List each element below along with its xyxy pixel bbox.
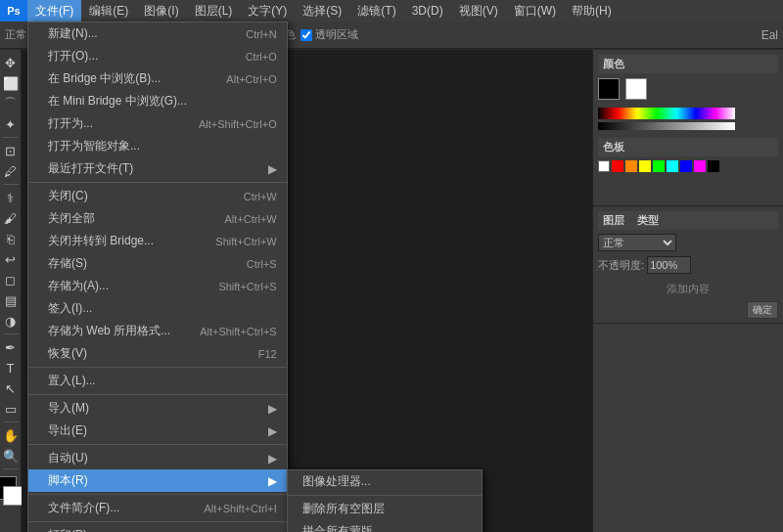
file-menu-dropdown: 新建(N)... Ctrl+N 打开(O)... Ctrl+O 在 Bridge…	[27, 22, 288, 532]
menu-export[interactable]: 导出(E) ▶	[28, 420, 287, 442]
tool-sep-3	[3, 333, 19, 334]
menu-recent[interactable]: 最近打开文件(T) ▶	[28, 157, 287, 180]
layers-toolbar: 正常	[598, 234, 778, 251]
tool-marquee[interactable]: ⬜	[1, 73, 21, 93]
tool-spot-heal[interactable]: ⚕	[1, 188, 21, 207]
menu-item-layer[interactable]: 图层(L)	[187, 0, 241, 22]
tool-eyedropper[interactable]: 🖊	[1, 161, 21, 181]
layers-panel-title: 图层 类型	[598, 211, 778, 230]
tool-brush[interactable]: 🖌	[1, 208, 21, 228]
menu-import[interactable]: 导入(M) ▶	[28, 397, 287, 420]
color-fg-swatch[interactable]	[598, 78, 620, 100]
menu-file-info[interactable]: 文件简介(F)... Alt+Shift+Ctrl+I	[28, 497, 287, 519]
swatch-orange[interactable]	[625, 160, 637, 172]
menu-mini-bridge[interactable]: 在 Mini Bridge 中浏览(G)...	[28, 90, 287, 112]
ps-logo: Ps	[0, 0, 27, 22]
menu-item-image[interactable]: 图像(I)	[136, 0, 186, 22]
swatch-blue[interactable]	[680, 160, 692, 172]
menu-place[interactable]: 置入(L)...	[28, 370, 287, 392]
tool-move[interactable]: ✥	[1, 53, 21, 72]
tool-hand[interactable]: ✋	[1, 425, 21, 445]
color-swatches-row	[598, 78, 778, 100]
swatch-white[interactable]	[598, 160, 610, 172]
menu-item-file[interactable]: 文件(F)	[27, 0, 81, 22]
menu-item-view[interactable]: 视图(V)	[451, 0, 506, 22]
tool-text[interactable]: T	[1, 358, 21, 377]
tool-lasso[interactable]: ⌒	[1, 94, 21, 113]
menu-save-as[interactable]: 存储为(A)... Shift+Ctrl+S	[28, 275, 287, 297]
menu-close-all[interactable]: 关闭全部 Alt+Ctrl+W	[28, 207, 287, 230]
menu-sep-1	[28, 182, 287, 183]
tool-sep-4	[3, 421, 19, 422]
right-panel-bottom	[593, 324, 783, 339]
menu-close[interactable]: 关闭(C) Ctrl+W	[28, 185, 287, 207]
menu-bar: Ps 文件(F) 编辑(E) 图像(I) 图层(L) 文字(Y) 选择(S) 滤…	[0, 0, 783, 22]
menu-item-filter[interactable]: 滤镜(T)	[349, 0, 403, 22]
scripts-submenu: 图像处理器... 删除所有空图层 拼合所有蒙版 拼合所有图层效果 将图层复合导出…	[287, 469, 483, 532]
tool-path-select[interactable]: ↖	[1, 378, 21, 398]
tool-eraser[interactable]: ◻	[1, 270, 21, 289]
menu-open[interactable]: 打开(O)... Ctrl+O	[28, 45, 287, 67]
menu-revert[interactable]: 恢复(V) F12	[28, 342, 287, 365]
gradient-bar	[598, 108, 735, 119]
mode-label: 正常	[5, 27, 26, 42]
swatches-panel-title: 色板	[598, 138, 778, 156]
swatch-black[interactable]	[708, 160, 719, 172]
swatches-grid	[598, 160, 778, 172]
menu-item-text[interactable]: 文字(Y)	[240, 0, 295, 22]
tool-gradient[interactable]: ▤	[1, 290, 21, 310]
swatch-magenta[interactable]	[694, 160, 706, 172]
menu-item-3d[interactable]: 3D(D)	[404, 0, 451, 22]
menu-sep-5	[28, 494, 287, 495]
swatch-yellow[interactable]	[639, 160, 651, 172]
menu-checkin[interactable]: 签入(I)...	[28, 297, 287, 320]
submenu-image-processor[interactable]: 图像处理器...	[288, 470, 482, 493]
menu-open-smart[interactable]: 打开为智能对象...	[28, 135, 287, 157]
checkbox-transparent[interactable]	[300, 29, 312, 41]
tool-pen[interactable]: ✒	[1, 337, 21, 357]
swatch-cyan[interactable]	[667, 160, 678, 172]
layers-blend-mode[interactable]: 正常	[598, 234, 676, 251]
menu-print[interactable]: 打印(P)... Ctrl+P	[28, 524, 287, 532]
opacity-label-layers: 不透明度:	[598, 259, 644, 271]
right-panel: 颜色 色板 图层 类型 正常	[592, 50, 783, 532]
menu-item-help[interactable]: 帮助(H)	[564, 0, 620, 22]
checkbox-label-transparent: 透明区域	[315, 27, 358, 42]
menu-bridge[interactable]: 在 Bridge 中浏览(B)... Alt+Ctrl+O	[28, 67, 287, 90]
menu-new[interactable]: 新建(N)... Ctrl+N	[28, 22, 287, 45]
tool-dodge[interactable]: ◑	[1, 311, 21, 331]
menu-sep-4	[28, 444, 287, 445]
background-color[interactable]	[3, 486, 23, 506]
tool-zoom[interactable]: 🔍	[1, 446, 21, 466]
tool-stamp[interactable]: ⎗	[1, 229, 21, 248]
color-bg-swatch[interactable]	[625, 78, 647, 100]
menu-item-edit[interactable]: 编辑(E)	[81, 0, 136, 22]
checkbox-group-transparent: 透明区域	[300, 27, 358, 42]
right-panel-layers: 图层 类型 正常 不透明度: 添加内容 确定	[593, 206, 783, 324]
tool-shape[interactable]: ▭	[1, 399, 21, 419]
menu-close-bridge[interactable]: 关闭并转到 Bridge... Shift+Ctrl+W	[28, 230, 287, 252]
menu-save-web[interactable]: 存储为 Web 所用格式... Alt+Shift+Ctrl+S	[28, 320, 287, 342]
submenu-flatten-layers[interactable]: 拼合所有蒙版	[288, 520, 482, 532]
menu-scripts[interactable]: 脚本(R) ▶ 图像处理器... 删除所有空图层 拼合所有蒙版 拼合所有图层效果…	[28, 469, 287, 492]
add-content-label: 添加内容	[598, 282, 778, 296]
menu-item-select[interactable]: 选择(S)	[295, 0, 349, 22]
tool-crop[interactable]: ⊡	[1, 141, 21, 160]
opacity-input-layers[interactable]	[647, 256, 691, 274]
submenu-delete-all[interactable]: 删除所有空图层	[288, 498, 482, 520]
menu-item-window[interactable]: 窗口(W)	[506, 0, 564, 22]
swatch-red[interactable]	[612, 160, 623, 172]
menu-open-as[interactable]: 打开为... Alt+Shift+Ctrl+O	[28, 112, 287, 135]
tool-sep-5	[3, 468, 19, 469]
confirm-button[interactable]: 确定	[747, 301, 778, 319]
menu-save[interactable]: 存储(S) Ctrl+S	[28, 252, 287, 275]
menu-automate[interactable]: 自动(U) ▶	[28, 447, 287, 469]
swatch-green[interactable]	[653, 160, 665, 172]
color-panel-title: 颜色	[598, 55, 778, 73]
panel-bottom-spacer	[598, 329, 778, 334]
tool-wand[interactable]: ✦	[1, 114, 21, 134]
tool-sep-2	[3, 184, 19, 185]
tool-history-brush[interactable]: ↩	[1, 249, 21, 269]
menu-sep-6	[28, 521, 287, 522]
grayscale-bar	[598, 122, 735, 130]
